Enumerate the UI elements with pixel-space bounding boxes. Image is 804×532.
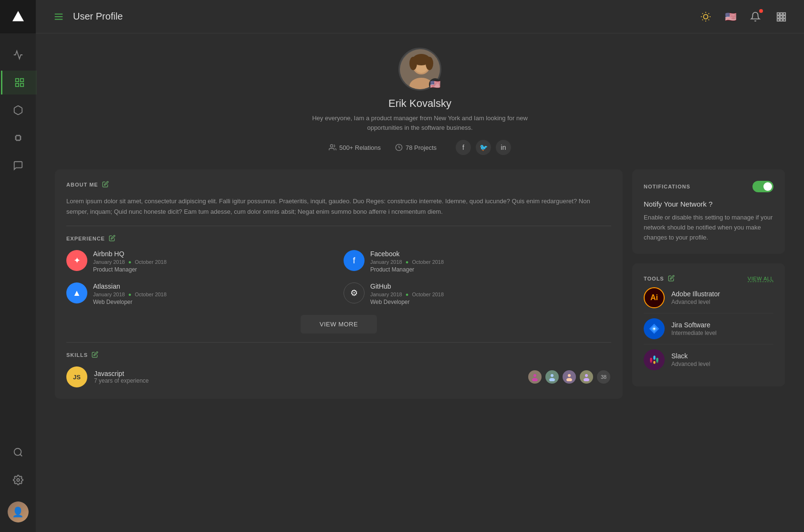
about-text: Lorem ipsum dolor sit amet, consectetur … bbox=[66, 196, 611, 217]
experience-edit-icon[interactable] bbox=[109, 235, 115, 242]
sidebar-bottom: 👤 bbox=[8, 501, 29, 532]
sidebar: 👤 bbox=[0, 0, 36, 532]
skill-name: Javascript bbox=[94, 370, 149, 377]
skills-header: SKILLS bbox=[66, 351, 611, 359]
exp-dates: January 2018 ● October 2018 bbox=[370, 292, 444, 297]
header: User Profile 🇺🇸 bbox=[36, 0, 804, 33]
svg-line-16 bbox=[709, 19, 709, 20]
right-column: NOTIFICATIONS Notify Your Network ? Enab… bbox=[632, 169, 785, 408]
sidebar-nav bbox=[0, 33, 37, 501]
exp-dates: January 2018 ● October 2018 bbox=[93, 292, 167, 297]
exp-item-github: ⚙ GitHub January 2018 ● October 2018 Web… bbox=[344, 282, 611, 305]
exp-details-github: GitHub January 2018 ● October 2018 Web D… bbox=[370, 282, 444, 305]
svg-rect-26 bbox=[783, 16, 786, 18]
svg-point-46 bbox=[584, 378, 589, 381]
notification-badge bbox=[759, 9, 763, 13]
svg-rect-5 bbox=[16, 136, 20, 140]
exp-details-airbnb: Airbnb HQ January 2018 ● October 2018 Pr… bbox=[93, 250, 167, 273]
flag-icon[interactable]: 🇺🇸 bbox=[723, 9, 738, 24]
notifications-toggle[interactable] bbox=[752, 181, 773, 192]
svg-rect-23 bbox=[783, 12, 786, 15]
jira-logo bbox=[644, 318, 665, 339]
svg-point-42 bbox=[549, 378, 555, 381]
sidebar-item-3d[interactable] bbox=[6, 98, 30, 122]
sidebar-item-chip[interactable] bbox=[6, 126, 30, 150]
profile-name: Erik Kovalsky bbox=[388, 97, 451, 110]
tools-edit-icon[interactable] bbox=[668, 275, 675, 282]
facebook-logo: f bbox=[344, 250, 365, 271]
header-right: 🇺🇸 bbox=[697, 8, 790, 25]
user-avatar-small[interactable]: 👤 bbox=[8, 501, 29, 522]
svg-rect-52 bbox=[656, 361, 658, 363]
svg-rect-28 bbox=[780, 19, 783, 21]
tool-name: Slack bbox=[671, 352, 710, 360]
tool-details-slack: Slack Advanced level bbox=[671, 352, 710, 367]
svg-rect-21 bbox=[777, 12, 780, 15]
exp-role: Web Developer bbox=[93, 299, 167, 305]
svg-line-15 bbox=[702, 13, 703, 13]
view-all-link[interactable]: VIEW ALL bbox=[748, 276, 773, 282]
apps-icon[interactable] bbox=[773, 8, 790, 25]
svg-point-37 bbox=[330, 145, 333, 147]
page-title: User Profile bbox=[73, 11, 123, 22]
projects-stat: 78 Projects bbox=[395, 144, 437, 151]
skill-details: Javascript 7 years of experience bbox=[94, 370, 149, 384]
svg-rect-1 bbox=[15, 79, 18, 82]
sun-icon[interactable] bbox=[697, 8, 714, 25]
experience-title: EXPERIENCE bbox=[66, 235, 115, 242]
profile-stats: 500+ Relations 78 Projects f 🐦 in bbox=[329, 140, 511, 155]
tool-details-illustrator: Adobe Illustrator Advanced level bbox=[671, 290, 720, 305]
sidebar-item-chat[interactable] bbox=[6, 154, 30, 177]
svg-rect-22 bbox=[780, 12, 783, 15]
exp-name: Facebook bbox=[370, 250, 444, 258]
sidebar-item-settings[interactable] bbox=[6, 468, 30, 492]
exp-name: GitHub bbox=[370, 282, 444, 290]
exp-role: Product Manager bbox=[370, 266, 444, 273]
tool-details-jira: Jira Software Intermediate level bbox=[671, 321, 717, 336]
tool-level: Intermediate level bbox=[671, 330, 717, 336]
skill-item-js: JS Javascript 7 years of experience bbox=[66, 366, 611, 387]
app-logo[interactable] bbox=[0, 0, 36, 33]
svg-rect-25 bbox=[780, 16, 783, 18]
exp-item-facebook: f Facebook January 2018 ● October 2018 P… bbox=[344, 250, 611, 273]
facebook-link[interactable]: f bbox=[456, 140, 471, 155]
experience-grid: ✦ Airbnb HQ January 2018 ● October 2018 … bbox=[66, 250, 611, 305]
svg-line-19 bbox=[702, 19, 703, 20]
menu-icon[interactable] bbox=[50, 8, 67, 25]
svg-line-7 bbox=[20, 454, 22, 456]
exp-item-atlassian: ▲ Atlassian January 2018 ● October 2018 … bbox=[66, 282, 334, 305]
exp-role: Web Developer bbox=[370, 299, 444, 305]
sidebar-item-search[interactable] bbox=[6, 440, 30, 464]
svg-rect-29 bbox=[783, 19, 786, 21]
twitter-link[interactable]: 🐦 bbox=[476, 140, 491, 155]
main-content: User Profile 🇺🇸 bbox=[36, 0, 804, 532]
svg-line-20 bbox=[709, 13, 709, 13]
skills-edit-icon[interactable] bbox=[92, 351, 98, 359]
svg-marker-0 bbox=[12, 11, 24, 21]
cards-grid: ABOUT ME Lorem ipsum dolor sit amet, con… bbox=[55, 169, 785, 408]
github-logo: ⚙ bbox=[344, 282, 365, 303]
exp-item-airbnb: ✦ Airbnb HQ January 2018 ● October 2018 … bbox=[66, 250, 334, 273]
tool-name: Jira Software bbox=[671, 321, 717, 329]
svg-point-36 bbox=[426, 57, 433, 70]
view-more-button[interactable]: VIEW MORE bbox=[301, 315, 377, 334]
social-links: f 🐦 in bbox=[456, 140, 511, 155]
sidebar-item-activity[interactable] bbox=[6, 43, 30, 67]
about-me-title: ABOUT ME bbox=[66, 181, 109, 188]
linkedin-link[interactable]: in bbox=[496, 140, 511, 155]
svg-rect-2 bbox=[20, 79, 23, 82]
endorser-avatar-4 bbox=[579, 369, 594, 385]
notifications-bell[interactable] bbox=[747, 8, 764, 25]
profile-flag: 🇺🇸 bbox=[429, 78, 441, 91]
exp-name: Atlassian bbox=[93, 282, 167, 290]
exp-role: Product Manager bbox=[93, 266, 167, 273]
about-me-edit-icon[interactable] bbox=[102, 181, 109, 188]
profile-section: 🇺🇸 Erik Kovalsky Hey everyone, Iam a pro… bbox=[55, 48, 785, 155]
sidebar-item-dashboard[interactable] bbox=[1, 71, 37, 94]
atlassian-logo: ▲ bbox=[66, 282, 87, 303]
tool-name: Adobe Illustrator bbox=[671, 290, 720, 298]
svg-rect-48 bbox=[653, 356, 655, 360]
endorser-avatar-3 bbox=[562, 369, 577, 385]
notify-network-title: Notify Your Network ? bbox=[644, 200, 773, 208]
svg-point-44 bbox=[566, 378, 572, 381]
